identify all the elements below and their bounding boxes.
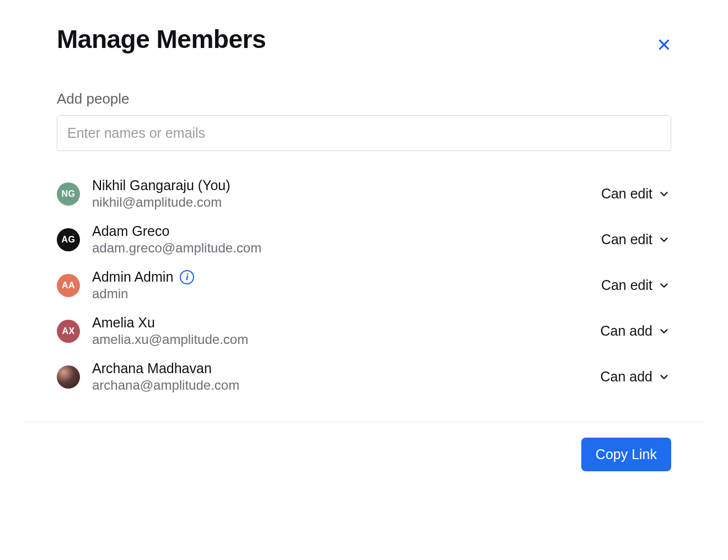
member-email: admin xyxy=(92,286,588,301)
avatar: AG xyxy=(57,228,80,251)
modal-title: Manage Members xyxy=(57,24,266,54)
member-row: Archana Madhavanarchana@amplitude.comCan… xyxy=(57,354,671,400)
permission-label: Can add xyxy=(600,323,652,339)
member-name-line: Admin Admini xyxy=(92,269,588,285)
member-row: NGNikhil Gangaraju (You)nikhil@amplitude… xyxy=(57,171,671,217)
member-name-line: Archana Madhavan xyxy=(92,360,587,376)
member-name: Nikhil Gangaraju (You) xyxy=(92,177,231,193)
chevron-down-icon xyxy=(658,371,670,383)
member-row: AAAdmin AdminiadminCan edit xyxy=(57,262,671,308)
avatar: AA xyxy=(57,274,80,297)
member-name: Admin Admin xyxy=(92,269,173,285)
members-list: NGNikhil Gangaraju (You)nikhil@amplitude… xyxy=(57,171,671,400)
member-email: adam.greco@amplitude.com xyxy=(92,240,588,256)
chevron-down-icon xyxy=(658,325,670,337)
add-people-label: Add people xyxy=(57,90,671,107)
member-email: amelia.xu@amplitude.com xyxy=(92,332,587,347)
permission-dropdown[interactable]: Can edit xyxy=(600,228,671,251)
close-icon xyxy=(657,37,671,52)
permission-label: Can edit xyxy=(601,231,652,247)
chevron-down-icon xyxy=(658,279,670,292)
add-people-input-wrap xyxy=(57,115,671,151)
member-name-line: Adam Greco xyxy=(92,223,588,239)
avatar xyxy=(57,365,80,389)
avatar: NG xyxy=(57,182,80,206)
member-name: Amelia Xu xyxy=(92,315,155,331)
close-button[interactable] xyxy=(652,33,676,56)
modal-content: Manage Members Add people NGNikhil Ganga… xyxy=(24,0,704,422)
permission-dropdown[interactable]: Can add xyxy=(599,365,671,388)
info-icon[interactable]: i xyxy=(180,270,194,284)
member-info: Nikhil Gangaraju (You)nikhil@amplitude.c… xyxy=(92,177,588,210)
member-row: AGAdam Grecoadam.greco@amplitude.comCan … xyxy=(57,217,671,262)
add-people-input[interactable] xyxy=(57,115,671,151)
modal-header: Manage Members xyxy=(57,24,671,56)
avatar: AX xyxy=(57,320,80,343)
member-row: AXAmelia Xuamelia.xu@amplitude.comCan ad… xyxy=(57,308,671,354)
modal-footer: Copy Link xyxy=(24,422,704,490)
permission-label: Can edit xyxy=(601,277,652,293)
permission-label: Can edit xyxy=(601,186,652,202)
chevron-down-icon xyxy=(658,188,670,200)
member-info: Admin Adminiadmin xyxy=(92,269,588,301)
member-info: Adam Grecoadam.greco@amplitude.com xyxy=(92,223,588,256)
manage-members-modal: Manage Members Add people NGNikhil Ganga… xyxy=(24,0,704,490)
permission-dropdown[interactable]: Can edit xyxy=(600,182,671,205)
member-name: Archana Madhavan xyxy=(92,360,212,376)
copy-link-button[interactable]: Copy Link xyxy=(581,438,671,471)
member-name-line: Amelia Xu xyxy=(92,315,587,331)
member-info: Archana Madhavanarchana@amplitude.com xyxy=(92,360,587,393)
member-email: nikhil@amplitude.com xyxy=(92,195,588,210)
member-name-line: Nikhil Gangaraju (You) xyxy=(92,177,588,193)
member-name: Adam Greco xyxy=(92,223,169,239)
member-email: archana@amplitude.com xyxy=(92,378,587,393)
member-info: Amelia Xuamelia.xu@amplitude.com xyxy=(92,315,587,347)
chevron-down-icon xyxy=(658,234,670,246)
permission-dropdown[interactable]: Can edit xyxy=(600,274,671,297)
permission-label: Can add xyxy=(600,369,652,385)
permission-dropdown[interactable]: Can add xyxy=(599,320,671,342)
